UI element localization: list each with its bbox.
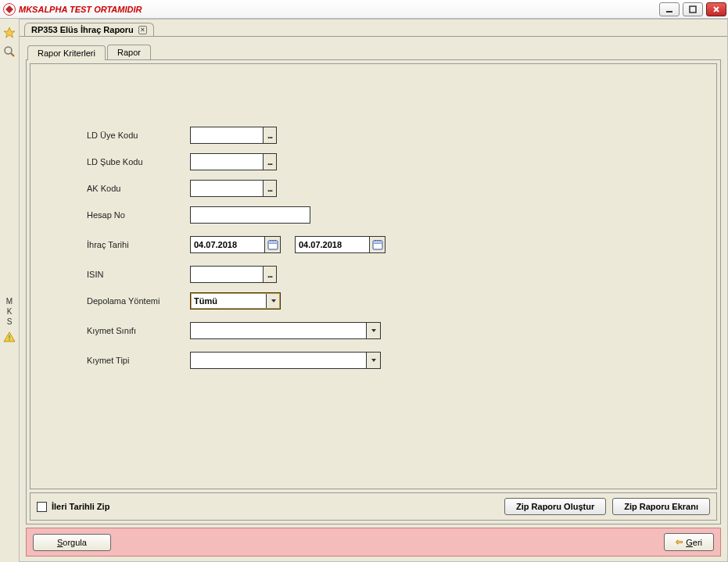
criteria-panel: LD Üye Kodu ... LD Şube Kodu ... AK Kodu…: [26, 59, 721, 524]
svg-rect-5: [268, 241, 278, 249]
label-hesap-no: Hesap No: [87, 210, 190, 220]
ihrac-tarihi-from-input[interactable]: [190, 236, 265, 253]
sorgula-button[interactable]: Sorgula: [33, 534, 111, 551]
ld-sube-kodu-input[interactable]: [190, 153, 264, 170]
rail-letter-k: K: [6, 307, 13, 316]
geri-button[interactable]: ⇦ Geri: [664, 533, 714, 551]
svg-rect-0: [666, 11, 672, 13]
maximize-button[interactable]: [683, 2, 703, 16]
svg-rect-4: [9, 339, 9, 340]
label-depolama: Depolama Yöntemi: [87, 296, 190, 306]
kiymet-sinifi-combo[interactable]: [190, 322, 381, 339]
zip-raporu-olustur-button[interactable]: Zip Raporu Oluştur: [504, 498, 606, 515]
tab-rapor[interactable]: Rapor: [107, 45, 151, 59]
ihrac-tarihi-to-picker-button[interactable]: [370, 236, 386, 253]
criteria-form: LD Üye Kodu ... LD Şube Kodu ... AK Kodu…: [30, 63, 717, 489]
label-isin: ISIN: [87, 270, 190, 279]
chevron-down-icon: [366, 353, 380, 368]
ak-kodu-lookup-button[interactable]: ...: [263, 180, 277, 197]
depolama-value: Tümü: [191, 296, 266, 306]
close-button[interactable]: [706, 2, 726, 16]
svg-rect-3: [9, 335, 9, 338]
window-buttons: [659, 2, 726, 16]
label-ihrac-tarihi: İhraç Tarihi: [87, 240, 190, 249]
svg-rect-6: [373, 241, 382, 249]
chevron-down-icon: [366, 323, 380, 338]
zip-raporu-ekrani-button[interactable]: Zip Raporu Ekranı: [612, 498, 710, 515]
doc-tab-label: RP353 Elüs İhraç Raporu: [31, 25, 134, 34]
kiymet-tipi-combo[interactable]: [190, 352, 381, 369]
geri-label: Geri: [686, 538, 702, 547]
rail-letter-s: S: [6, 317, 13, 326]
depolama-combo[interactable]: Tümü: [190, 292, 281, 310]
inner-tabs: Rapor Kriterleri Rapor: [27, 45, 721, 59]
zip-bar: İleri Tarihli Zip Zip Raporu Oluştur Zip…: [30, 492, 717, 521]
label-ld-uye-kodu: LD Üye Kodu: [87, 131, 190, 140]
title-bar: MKSALPHA TEST ORTAMIDIR: [0, 0, 728, 19]
ihrac-tarihi-to-input[interactable]: [295, 236, 370, 253]
tab-rapor-kriterleri[interactable]: Rapor Kriterleri: [27, 45, 106, 60]
label-ak-kodu: AK Kodu: [87, 184, 190, 193]
document-tabs: RP353 Elüs İhraç Raporu ×: [20, 20, 727, 37]
warning-icon[interactable]: [3, 331, 16, 343]
svg-rect-1: [690, 6, 696, 13]
side-rail: M K S: [0, 19, 20, 562]
rail-letters: M K S: [6, 295, 13, 328]
app-icon: [3, 3, 16, 16]
tab-close-icon[interactable]: ×: [138, 26, 147, 34]
hesap-no-input[interactable]: [190, 206, 310, 224]
doc-tab-rp353[interactable]: RP353 Elüs İhraç Raporu ×: [24, 23, 154, 36]
search-icon[interactable]: [3, 45, 16, 58]
zip-olustur-label: Zip Raporu Oluştur: [516, 502, 594, 511]
label-kiymet-sinifi: Kıymet Sınıfı: [87, 326, 190, 335]
ak-kodu-input[interactable]: [190, 180, 264, 197]
main-area: RP353 Elüs İhraç Raporu × Rapor Kriterle…: [20, 19, 728, 562]
ileri-tarihli-zip-label: İleri Tarihli Zip: [52, 502, 109, 511]
ileri-tarihli-zip-checkbox[interactable]: [37, 502, 47, 512]
zip-ekrani-label: Zip Raporu Ekranı: [624, 502, 698, 511]
ld-uye-kodu-lookup-button[interactable]: ...: [263, 127, 277, 144]
arrow-left-icon: ⇦: [676, 537, 683, 547]
svg-point-2: [5, 47, 12, 54]
isin-lookup-button[interactable]: ...: [263, 266, 277, 283]
ihrac-tarihi-from-picker-button[interactable]: [265, 236, 281, 253]
action-bar: Sorgula ⇦ Geri: [26, 528, 721, 557]
label-ld-sube-kodu: LD Şube Kodu: [87, 157, 190, 166]
isin-input[interactable]: [190, 266, 264, 283]
window-title: MKSALPHA TEST ORTAMIDIR: [19, 5, 659, 14]
ld-sube-kodu-lookup-button[interactable]: ...: [263, 153, 277, 170]
rail-letter-m: M: [6, 297, 13, 306]
star-icon[interactable]: [3, 27, 16, 39]
ld-uye-kodu-input[interactable]: [190, 127, 264, 144]
chevron-down-icon: [266, 293, 280, 309]
label-kiymet-tipi: Kıymet Tipi: [87, 356, 190, 365]
minimize-button[interactable]: [659, 2, 680, 16]
sorgula-label: Sorgula: [57, 538, 87, 547]
